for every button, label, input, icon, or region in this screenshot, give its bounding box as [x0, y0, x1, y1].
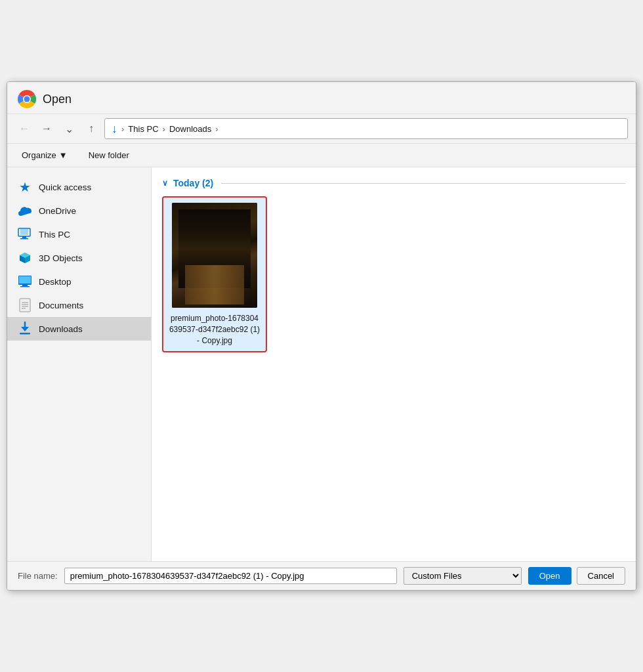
monitor-icon: [18, 227, 32, 242]
sidebar-item-downloads[interactable]: Downloads: [7, 317, 151, 341]
svg-rect-22: [20, 333, 30, 335]
file-item[interactable]: premium_photo-1678304639537-d347f2aebc92…: [162, 196, 267, 352]
svg-rect-6: [20, 238, 28, 240]
filename-input[interactable]: [64, 568, 397, 584]
svg-rect-5: [22, 236, 26, 238]
svg-marker-21: [21, 327, 29, 331]
sidebar-item-this-pc[interactable]: This PC: [7, 222, 151, 246]
svg-rect-4: [20, 229, 28, 235]
title-bar: Open: [7, 82, 636, 114]
address-download-icon: ↓: [112, 122, 117, 136]
svg-rect-12: [19, 276, 31, 284]
section-label: Today (2): [173, 178, 213, 188]
open-button[interactable]: Open: [528, 567, 571, 585]
download-icon: [18, 322, 32, 336]
filename-label: File name:: [18, 571, 58, 581]
sidebar-item-onedrive[interactable]: OneDrive: [7, 199, 151, 222]
desktop-icon: [18, 274, 32, 289]
back-button[interactable]: ←: [15, 119, 33, 138]
address-bar[interactable]: ↓ › This PC › Downloads ›: [104, 118, 628, 139]
up-button[interactable]: ↑: [82, 119, 100, 138]
sidebar-item-3d-objects[interactable]: 3D Objects: [7, 246, 151, 270]
new-folder-button[interactable]: New folder: [85, 148, 133, 163]
open-dialog: Open ← → ⌄ ↑ ↓ › This PC › Downloads › O…: [7, 81, 636, 591]
file-name: premium_photo-1678304639537-d347f2aebc92…: [169, 313, 260, 346]
svg-point-2: [24, 96, 30, 102]
recent-button[interactable]: ⌄: [60, 119, 78, 138]
main-content: ★ Quick access OneDrive: [7, 167, 636, 561]
section-header: ∨ Today (2): [162, 178, 625, 188]
document-icon: [18, 298, 32, 312]
section-chevron: ∨: [162, 178, 168, 188]
photo-preview: [172, 203, 257, 308]
toolbar: Organize ▼ New folder: [7, 144, 636, 167]
cube-icon: [18, 251, 32, 265]
sidebar-item-desktop[interactable]: Desktop: [7, 270, 151, 293]
cancel-button[interactable]: Cancel: [577, 567, 625, 585]
nav-bar: ← → ⌄ ↑ ↓ › This PC › Downloads ›: [7, 114, 636, 144]
file-area: ∨ Today (2) premium_photo-1678304639537-…: [152, 167, 636, 561]
dialog-title: Open: [43, 93, 72, 106]
sidebar-item-quick-access[interactable]: ★ Quick access: [7, 175, 151, 199]
svg-rect-15: [20, 299, 30, 312]
address-this-pc[interactable]: This PC: [128, 124, 158, 134]
star-icon: ★: [18, 180, 32, 194]
svg-rect-14: [20, 286, 30, 287]
sidebar-item-documents[interactable]: Documents: [7, 293, 151, 317]
address-downloads[interactable]: Downloads: [169, 124, 211, 134]
action-buttons: Open Cancel: [528, 567, 625, 585]
sidebar: ★ Quick access OneDrive: [7, 167, 152, 561]
bottom-bar: File name: Custom Files Open Cancel: [7, 561, 636, 590]
file-thumbnail: [172, 203, 257, 308]
chrome-icon: [18, 90, 36, 108]
svg-rect-13: [22, 285, 28, 286]
filetype-select[interactable]: Custom Files: [404, 567, 522, 585]
forward-button[interactable]: →: [37, 119, 56, 138]
files-grid: premium_photo-1678304639537-d347f2aebc92…: [162, 196, 625, 352]
cloud-icon: [18, 203, 32, 218]
organize-button[interactable]: Organize ▼: [18, 148, 72, 163]
